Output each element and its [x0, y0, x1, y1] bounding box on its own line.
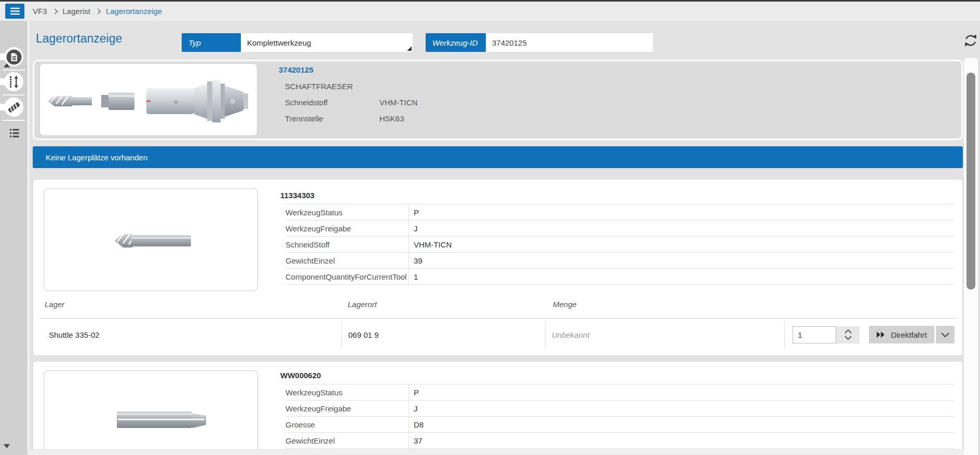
component-image — [44, 370, 258, 455]
trennstelle-value: HSK63 — [379, 114, 404, 126]
milling-tool-icon — [4, 97, 24, 118]
typ-select[interactable]: Komplettwerkzeug — [241, 33, 413, 52]
component-id: WW000620 — [280, 371, 321, 380]
lagerort-value: 069 01 9 — [341, 321, 545, 348]
no-storage-banner: Keine Lagerplätze vorhanden — [33, 146, 963, 168]
property-value: P — [409, 384, 954, 400]
property-value: 1 — [409, 269, 954, 284]
property-label: WerkzeugStatus — [285, 384, 409, 400]
vertical-scrollbar-thumb[interactable] — [967, 73, 975, 289]
menge-cell — [545, 321, 784, 348]
lager-column-header: Lager — [45, 300, 64, 315]
end-mill-render — [44, 189, 258, 291]
direktfahrt-label: Direktfahrt — [891, 330, 927, 339]
schneidstoff-value: VHM-TICN — [379, 98, 417, 109]
menge-input[interactable] — [546, 321, 784, 348]
height-measure-icon — [4, 72, 24, 92]
table-row: SchneidStoff VHM-TICN — [285, 236, 954, 252]
lagerort-column-header: Lagerort — [348, 300, 377, 315]
chevron-right-icon — [52, 8, 58, 14]
property-label: ComponentQuantityForCurrentTool — [285, 269, 409, 284]
sidebar-divider — [3, 120, 25, 121]
menge-column-header: Menge — [553, 300, 577, 315]
property-value: VHM-TICN — [409, 237, 954, 252]
fast-forward-icon — [876, 331, 886, 338]
refresh-icon — [963, 33, 978, 48]
hamburger-icon — [10, 7, 20, 15]
direktfahrt-button[interactable]: Direktfahrt — [869, 326, 934, 343]
property-label: WerkzeugFreigabe — [285, 401, 409, 416]
property-value: D8 — [409, 417, 954, 432]
property-label: WerkzeugStatus — [285, 204, 409, 220]
table-row: GewichtEinzel 37 — [285, 432, 954, 448]
trennstelle-label: Trennstelle — [285, 114, 323, 126]
scroll-up-arrow-icon[interactable] — [4, 63, 10, 67]
table-row: WerkzeugStatus P — [285, 384, 954, 400]
extension-render — [44, 371, 258, 455]
breadcrumb-item-lagerist[interactable]: Lagerist — [63, 7, 90, 16]
complete-tool-image — [39, 63, 257, 136]
table-row: WerkzeugFreigabe J — [285, 400, 954, 416]
property-label: WerkzeugFreigabe — [285, 220, 409, 236]
chevron-up-icon — [845, 329, 852, 334]
component-id: 11334303 — [280, 191, 315, 200]
table-row: WerkzeugStatus P — [285, 204, 954, 220]
tool-id: 37420125 — [279, 65, 314, 77]
sidebar — [0, 21, 29, 455]
quantity-input[interactable] — [793, 326, 836, 343]
storage-location-row: Shuttle 335-02 069 01 9 Direktfahrt — [39, 319, 958, 351]
sidebar-item-list[interactable] — [4, 123, 24, 145]
property-value: P — [409, 204, 954, 220]
breadcrumb-item-vf3[interactable]: VF3 — [33, 7, 47, 16]
list-icon — [4, 123, 24, 144]
property-label: Groesse — [285, 417, 409, 432]
lager-value: Shuttle 335-02 — [39, 321, 341, 348]
typ-selected-value: Komplettwerkzeug — [247, 38, 311, 47]
sidebar-item-tools[interactable] — [4, 98, 23, 117]
component-properties-table: WerkzeugStatus P WerkzeugFreigabe J Schn… — [285, 204, 954, 285]
chevron-down-icon — [941, 333, 949, 337]
sidebar-item-measure[interactable] — [4, 72, 23, 91]
property-value: 37 — [409, 433, 954, 448]
component-card-ww000620: WW000620 WerkzeugStatus P WerkzeugFreiga… — [33, 361, 963, 455]
banner-text: Keine Lagerplätze vorhanden — [46, 153, 147, 162]
horizontal-scrollbar[interactable] — [28, 449, 964, 455]
table-row: ComponentQuantityForCurrentTool 1 — [285, 268, 954, 284]
component-properties-table: WerkzeugStatus P WerkzeugFreigabe J Groe… — [285, 384, 954, 449]
tool-name: SCHAFTFRAESER — [285, 82, 353, 93]
breadcrumb: VF3 Lagerist Lagerortanzeige — [33, 2, 162, 21]
schneidstoff-label: Schneidstoff — [285, 98, 328, 109]
breadcrumb-item-lagerortanzeige[interactable]: Lagerortanzeige — [106, 7, 162, 16]
property-label: GewichtEinzel — [285, 253, 409, 268]
werkzeug-id-label: Werkzeug-ID — [426, 33, 486, 52]
tool-summary-card: 37420125 SCHAFTFRAESER Schneidstoff VHM-… — [33, 60, 963, 140]
lagerortanzeige-page: VF3 Lagerist Lagerortanzeige — [0, 0, 980, 455]
chevron-down-icon — [845, 336, 852, 340]
property-value: J — [409, 220, 954, 236]
direktfahrt-dropdown-button[interactable] — [936, 326, 955, 343]
component-image — [44, 188, 258, 291]
scroll-down-arrow-icon[interactable] — [4, 444, 10, 448]
vertical-scrollbar-track[interactable] — [964, 58, 978, 455]
typ-label: Typ — [182, 33, 241, 52]
complete-tool-render — [40, 64, 257, 136]
actions-cell: Direktfahrt — [784, 321, 958, 348]
table-row: WerkzeugFreigabe J — [285, 220, 954, 236]
refresh-button[interactable] — [963, 33, 979, 49]
sidebar-divider — [3, 70, 25, 71]
property-value: 39 — [409, 253, 954, 268]
chevron-right-icon — [95, 8, 101, 14]
quantity-stepper[interactable] — [836, 326, 860, 343]
dropdown-corner-icon — [407, 46, 412, 51]
table-row: Groesse D8 — [285, 416, 954, 432]
property-label: SchneidStoff — [285, 237, 409, 252]
property-label: GewichtEinzel — [285, 433, 409, 448]
top-bar: VF3 Lagerist Lagerortanzeige — [0, 0, 980, 21]
hamburger-menu-button[interactable] — [5, 4, 24, 19]
table-row: GewichtEinzel 39 — [285, 252, 954, 268]
component-card-11334303: 11334303 WerkzeugStatus P WerkzeugFreiga… — [33, 179, 963, 356]
page-title: Lagerortanzeige — [36, 32, 122, 46]
sidebar-divider — [3, 94, 25, 95]
werkzeug-id-input[interactable] — [486, 33, 653, 52]
property-value: J — [409, 401, 954, 416]
